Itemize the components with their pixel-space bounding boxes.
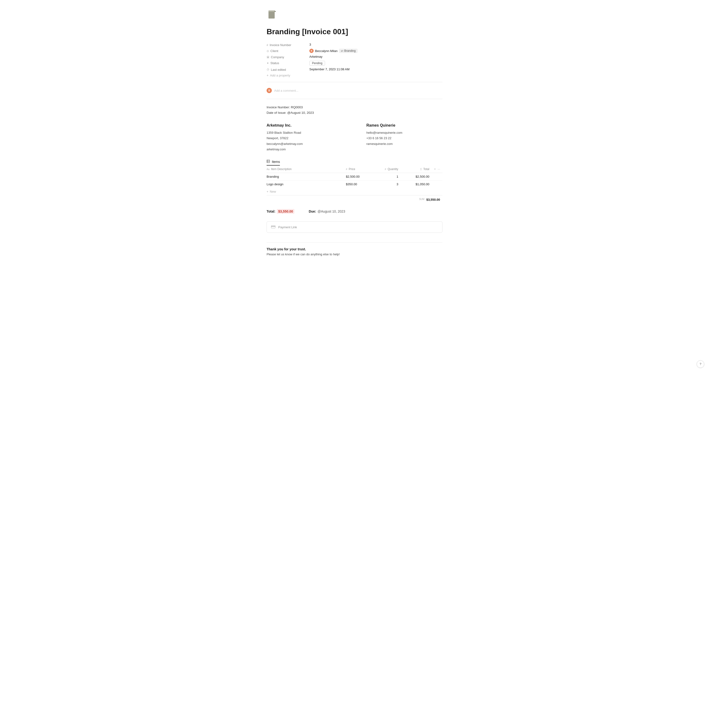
table-icon — [267, 160, 270, 164]
svg-rect-8 — [271, 226, 276, 227]
thank-you-bold: Thank you for your trust. — [267, 247, 442, 251]
divider-1 — [267, 82, 442, 82]
sender-address2: Newport, 37822 — [267, 135, 343, 141]
comment-row[interactable]: B Add a comment... — [267, 86, 442, 95]
item-price: $2,500.00 — [344, 173, 375, 181]
plus-icon: + — [267, 73, 268, 77]
col-quantity-header: # Quantity — [375, 166, 401, 173]
last-edited-value: September 7, 2023 11:08 AM — [309, 67, 442, 71]
item-total: $1,050.00 — [401, 181, 432, 188]
thank-you-section: Thank you for your trust. Please let us … — [267, 242, 442, 256]
recipient-name: Rames Quinerie — [366, 123, 442, 128]
text-icon: Aa — [267, 168, 270, 170]
person-icon: ⊙ — [267, 50, 269, 53]
due-label: Due: — [309, 210, 316, 213]
col-total-header: Σ Total — [401, 166, 432, 173]
hash-icon: # — [267, 44, 268, 47]
last-edited-label: ⏱ Last edited — [267, 67, 309, 71]
col-price-header: # Price — [344, 166, 375, 173]
items-section: Items Aa Item Description # Price # Qua — [267, 160, 442, 201]
item-total: $2,500.00 — [401, 173, 432, 181]
items-tbody: Branding $2,500.00 1 $2,500.00 Logo desi… — [267, 173, 442, 188]
hash-icon-price: # — [346, 168, 347, 170]
sum-label: SUM — [419, 198, 425, 201]
addresses-section: Arketmay Inc. 1359 Black Stallion Road N… — [267, 123, 442, 152]
items-tab-container: Items — [267, 160, 442, 166]
item-quantity: 3 — [375, 181, 401, 188]
add-new-row[interactable]: + New — [267, 188, 442, 195]
hash-icon-quantity: # — [385, 168, 387, 170]
total-label: Total: — [267, 210, 276, 213]
add-property-button[interactable]: + Add a property — [267, 73, 442, 78]
building-icon: 🏛 — [267, 55, 270, 59]
status-label: ✦ Status — [267, 61, 309, 65]
divider-2 — [267, 99, 442, 99]
table-header-row: Aa Item Description # Price # Quantity Σ… — [267, 166, 442, 173]
clock-icon: ⏱ — [267, 68, 270, 71]
add-new-label: New — [270, 190, 276, 193]
item-quantity: 1 — [375, 173, 401, 181]
comment-avatar: B — [267, 88, 272, 93]
total-due-row: Total: $3,550.00 Due: @August 10, 2023 — [267, 209, 442, 214]
item-price: $350.00 — [344, 181, 375, 188]
total-amount: $3,550.00 — [277, 209, 295, 214]
col-description-header: Aa Item Description — [267, 166, 344, 173]
status-badge: Pending — [309, 61, 325, 66]
client-label: ⊙ Client — [267, 49, 309, 53]
items-table: Aa Item Description # Price # Quantity Σ… — [267, 166, 442, 188]
client-avatar: B — [309, 49, 314, 53]
item-actions — [432, 181, 442, 188]
invoice-number-label: # Invoice Number — [267, 43, 309, 47]
sigma-icon: Σ — [420, 168, 422, 170]
payment-icon — [271, 225, 276, 229]
more-options-icon[interactable]: ··· — [438, 167, 440, 171]
sender-website: arketmay.com — [267, 147, 343, 152]
invoice-meta: Invoice Number: RQ0003 Date of Issue: @A… — [267, 105, 442, 116]
sender-address1: 1359 Black Stallion Road — [267, 130, 343, 135]
company-value[interactable]: Arketmay — [309, 55, 442, 58]
sender-address: Arketmay Inc. 1359 Black Stallion Road N… — [267, 123, 343, 152]
client-property: ⊙ Client B Beccalynn Milan 🏷 Branding — [267, 48, 442, 54]
item-description: Branding — [267, 173, 344, 181]
recipient-phone: +33 6 16 56 23 22 — [366, 135, 442, 141]
table-row[interactable]: Logo design $350.00 3 $1,050.00 — [267, 181, 442, 188]
table-row[interactable]: Branding $2,500.00 1 $2,500.00 — [267, 173, 442, 181]
total-section: Total: $3,550.00 — [267, 209, 295, 214]
items-tab[interactable]: Items — [267, 160, 280, 166]
client-tag: 🏷 Branding — [339, 49, 357, 53]
company-property: 🏛 Company Arketmay — [267, 54, 442, 60]
add-column-icon[interactable]: + — [434, 167, 436, 171]
svg-rect-7 — [271, 226, 276, 228]
company-label: 🏛 Company — [267, 55, 309, 59]
client-value[interactable]: B Beccalynn Milan 🏷 Branding — [309, 49, 442, 53]
svg-rect-2 — [268, 10, 275, 12]
document-icon — [267, 10, 442, 22]
sender-email: beccalynn@arketmay.com — [267, 141, 343, 147]
item-actions — [432, 173, 442, 181]
properties-section: # Invoice Number 3 ⊙ Client B Beccalynn … — [267, 42, 442, 78]
tag-icon: 🏷 — [341, 50, 343, 52]
sender-name: Arketmay Inc. — [267, 123, 343, 128]
payment-link-label: Payment Link — [278, 226, 297, 229]
invoice-number-value[interactable]: 3 — [309, 43, 442, 46]
items-tab-label: Items — [272, 160, 280, 164]
recipient-website: ramesquinerie.com — [366, 141, 442, 147]
sum-value: $3,550.00 — [426, 198, 440, 201]
invoice-number-line: Invoice Number: RQ0003 — [267, 105, 442, 110]
status-value[interactable]: Pending — [309, 61, 442, 66]
status-icon: ✦ — [267, 61, 269, 65]
recipient-email: hello@ramesquinerie.com — [366, 130, 442, 135]
sum-row: SUM $3,550.00 — [267, 195, 442, 201]
status-property: ✦ Status Pending — [267, 60, 442, 67]
last-edited-property: ⏱ Last edited September 7, 2023 11:08 AM — [267, 67, 442, 73]
svg-rect-3 — [267, 160, 270, 163]
item-description: Logo design — [267, 181, 344, 188]
invoice-date-line: Date of Issue: @August 10, 2023 — [267, 110, 442, 116]
due-date: @August 10, 2023 — [318, 210, 345, 213]
plus-icon-new: + — [267, 190, 268, 193]
comment-placeholder: Add a comment... — [274, 89, 298, 92]
payment-link-box[interactable]: Payment Link — [267, 221, 442, 233]
recipient-address: Rames Quinerie hello@ramesquinerie.com +… — [366, 123, 442, 152]
page-title: Branding [Invoice 001] — [267, 27, 442, 36]
due-section: Due: @August 10, 2023 — [309, 210, 345, 213]
